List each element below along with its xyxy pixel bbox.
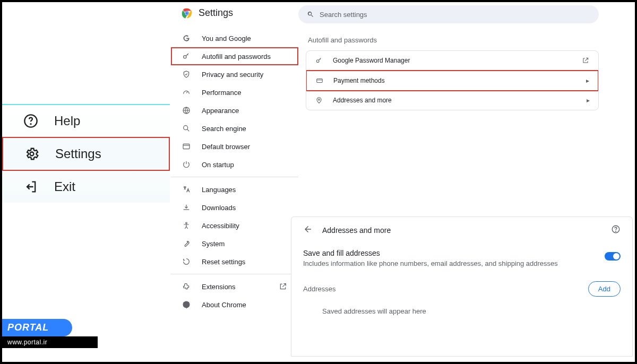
save-fill-title: Save and fill addresses — [303, 249, 605, 257]
speedometer-icon — [182, 88, 191, 97]
app-menu-exit[interactable]: Exit — [2, 171, 170, 203]
nav-performance[interactable]: Performance — [171, 83, 298, 101]
nav-label: Default browser — [202, 143, 250, 151]
nav-label: Languages — [202, 186, 236, 194]
app-context-menu: Help Settings Exit — [2, 104, 170, 203]
location-pin-icon — [315, 96, 323, 105]
help-circle-icon — [611, 224, 621, 234]
nav-autofill[interactable]: Autofill and passwords — [171, 47, 298, 65]
row-password-manager[interactable]: Google Password Manager — [306, 51, 598, 71]
nav-appearance[interactable]: Appearance — [171, 101, 298, 119]
svg-point-1 — [30, 124, 31, 124]
row-label: Addresses and more — [333, 97, 577, 104]
download-icon — [182, 203, 191, 212]
portal-watermark: PORTAL www.portal.ir — [2, 319, 98, 348]
subpanel-header: Addresses and more — [303, 224, 621, 236]
nav-on-startup[interactable]: On startup — [171, 155, 298, 174]
nav-about[interactable]: About Chrome — [171, 296, 298, 314]
subpanel-title: Addresses and more — [322, 226, 601, 235]
svg-point-15 — [318, 99, 320, 100]
nav-label: Search engine — [202, 125, 246, 133]
app-menu-help[interactable]: Help — [2, 105, 170, 137]
addresses-subpanel: Addresses and more Save and fill address… — [291, 216, 633, 357]
key-icon — [315, 56, 323, 65]
app-menu-settings-label: Settings — [55, 146, 101, 161]
nav-languages[interactable]: Languages — [171, 180, 298, 198]
browser-window-icon — [182, 142, 191, 151]
power-icon — [182, 160, 191, 169]
save-fill-desc: Includes information like phone numbers,… — [303, 259, 605, 267]
nav-label: Autofill and passwords — [202, 53, 271, 60]
nav-label: Performance — [202, 89, 241, 97]
svg-rect-9 — [183, 144, 190, 149]
app-menu-settings[interactable]: Settings — [2, 137, 170, 171]
nav-privacy[interactable]: Privacy and security — [171, 65, 298, 83]
wrench-icon — [182, 239, 191, 248]
search-icon — [182, 124, 191, 133]
nav-label: Accessibility — [202, 222, 239, 230]
svg-point-6 — [184, 56, 186, 58]
nav-label: System — [202, 240, 225, 248]
svg-point-5 — [185, 12, 188, 14]
shield-icon — [182, 70, 191, 79]
nav-label: About Chrome — [202, 301, 246, 309]
section-title: Autofill and passwords — [308, 36, 630, 44]
nav-system[interactable]: System — [171, 235, 298, 253]
search-icon — [307, 11, 314, 18]
nav-label: Reset settings — [202, 258, 245, 266]
arrow-left-icon — [303, 224, 313, 234]
row-label: Payment methods — [333, 77, 576, 84]
portal-url: www.portal.ir — [2, 336, 98, 348]
addresses-header-row: Addresses Add — [303, 281, 621, 297]
key-icon — [182, 51, 191, 61]
svg-point-17 — [616, 231, 616, 231]
help-circle-icon — [23, 114, 38, 128]
settings-main: Search settings Autofill and passwords G… — [298, 5, 630, 357]
portal-brand: PORTAL — [2, 319, 72, 336]
chevron-right-icon: ▸ — [586, 77, 589, 84]
settings-header: Settings — [171, 5, 298, 26]
back-button[interactable] — [303, 224, 313, 236]
app-menu-help-label: Help — [54, 114, 80, 128]
search-placeholder: Search settings — [320, 11, 367, 19]
nav-label: Appearance — [202, 107, 239, 115]
google-g-icon — [182, 33, 191, 43]
autofill-card: Google Password Manager Payment methods … — [306, 50, 599, 110]
nav-accessibility[interactable]: Accessibility — [171, 216, 298, 235]
svg-point-8 — [184, 126, 188, 130]
nav-extensions[interactable]: Extensions — [171, 278, 298, 296]
nav-label: Extensions — [202, 283, 268, 291]
nav-downloads[interactable]: Downloads — [171, 198, 298, 216]
nav-group-2: Languages Downloads Accessibility System… — [171, 177, 298, 274]
gear-icon — [24, 146, 39, 161]
nav-group-1: You and Google Autofill and passwords Pr… — [171, 26, 298, 177]
nav-label: On startup — [202, 161, 234, 169]
settings-title: Settings — [199, 7, 233, 19]
nav-group-3: Extensions About Chrome — [171, 274, 298, 317]
nav-you-and-google[interactable]: You and Google — [171, 29, 298, 47]
row-addresses[interactable]: Addresses and more ▸ — [306, 91, 598, 110]
web-icon — [182, 106, 191, 115]
nav-reset[interactable]: Reset settings — [171, 253, 298, 271]
row-label: Google Password Manager — [333, 57, 572, 64]
reset-icon — [182, 257, 191, 266]
nav-search-engine[interactable]: Search engine — [171, 119, 298, 137]
app-menu-exit-label: Exit — [54, 179, 75, 194]
search-settings-input[interactable]: Search settings — [298, 5, 599, 23]
credit-card-icon — [315, 76, 324, 85]
subpanel-help-button[interactable] — [611, 224, 621, 236]
add-address-button[interactable]: Add — [588, 281, 621, 297]
svg-rect-14 — [317, 79, 323, 83]
addresses-label: Addresses — [303, 285, 588, 293]
exit-icon — [23, 179, 38, 194]
save-fill-toggle[interactable] — [605, 252, 621, 261]
open-external-icon — [278, 282, 288, 291]
translate-icon — [182, 185, 191, 194]
nav-default-browser[interactable]: Default browser — [171, 137, 298, 155]
chrome-outline-icon — [182, 300, 191, 309]
row-payment-methods[interactable]: Payment methods ▸ — [306, 70, 599, 91]
nav-label: Privacy and security — [202, 71, 263, 79]
accessibility-icon — [182, 221, 191, 230]
save-fill-addresses-row: Save and fill addresses Includes informa… — [303, 249, 621, 267]
svg-point-10 — [186, 222, 187, 224]
